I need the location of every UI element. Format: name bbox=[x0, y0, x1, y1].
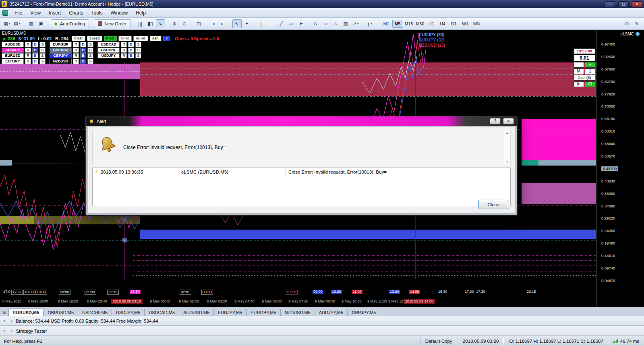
new-chart-button[interactable]: ▦ ▾ bbox=[2, 19, 12, 28]
timeframe-button[interactable]: M30 bbox=[415, 20, 426, 28]
alert-dialog-titlebar[interactable]: Alert ? × bbox=[86, 116, 517, 126]
pair-b-button[interactable]: B bbox=[128, 48, 134, 53]
minimize-button[interactable]: – bbox=[605, 1, 615, 7]
timeframe-button[interactable]: M5 bbox=[392, 20, 403, 28]
channel-button[interactable]: ▱ bbox=[287, 19, 296, 28]
chart-tab[interactable]: EURUSD,M5 bbox=[8, 309, 43, 316]
menu-item[interactable]: View bbox=[26, 9, 45, 17]
dialog-help-button[interactable]: ? bbox=[490, 118, 501, 124]
alert-scrollbar[interactable]: ▲ ▼ bbox=[504, 131, 510, 164]
pair-s-button[interactable]: S bbox=[39, 48, 46, 53]
search-button[interactable]: ⊕ bbox=[622, 19, 632, 28]
timeframe-button[interactable]: H1 bbox=[426, 20, 437, 28]
chart-tab[interactable]: USDCAD,M5 bbox=[145, 309, 179, 316]
chart-shift-button[interactable]: ⇤ bbox=[218, 19, 228, 28]
pair-button[interactable]: USDCAD bbox=[97, 42, 120, 47]
pair-button[interactable]: AUDUSD bbox=[2, 42, 24, 47]
scroll-down-icon[interactable]: ▼ bbox=[506, 161, 509, 164]
dialog-close-button[interactable]: × bbox=[503, 118, 514, 124]
arrows-button[interactable]: ↗ ▾ bbox=[351, 19, 360, 28]
chart-tab[interactable]: AUDJPY,M5 bbox=[315, 309, 348, 316]
maximize-button[interactable]: ◻ bbox=[618, 1, 629, 7]
pair-button[interactable]: GBPUSD bbox=[50, 48, 72, 53]
menu-item[interactable]: Charts bbox=[65, 9, 87, 17]
close-toolbar-icon[interactable]: × bbox=[2, 329, 7, 333]
pair-button[interactable]: NZDUSD bbox=[50, 59, 72, 64]
menu-item[interactable]: File bbox=[10, 9, 26, 17]
pair-b-button[interactable]: B bbox=[80, 59, 86, 64]
pair-button[interactable]: AUDJPY bbox=[2, 48, 24, 53]
pair-button[interactable]: EURJPY bbox=[2, 59, 24, 64]
new-order-button[interactable]: New Order bbox=[94, 19, 131, 28]
pair-r-button[interactable]: R bbox=[73, 59, 79, 64]
chart-tab[interactable]: AUDUSD,M5 bbox=[179, 309, 214, 316]
menu-item[interactable]: Window bbox=[107, 9, 132, 17]
ea-chart-button[interactable]: Clear bbox=[72, 36, 85, 41]
zoom-out-button[interactable]: ⊖ bbox=[180, 19, 189, 28]
pair-b-button[interactable]: B bbox=[128, 42, 134, 47]
ea-chart-button[interactable]: Pivot bbox=[104, 36, 117, 41]
cursor-button[interactable]: ↖ bbox=[232, 19, 242, 28]
pair-r-button[interactable]: R bbox=[25, 53, 31, 58]
timeframe-button[interactable]: M15 bbox=[404, 20, 414, 28]
pair-button[interactable]: GBPJPY bbox=[50, 53, 72, 58]
pair-button[interactable]: USDCHF bbox=[97, 48, 120, 53]
pair-r-button[interactable]: R bbox=[25, 59, 31, 64]
chart-tab[interactable]: EURGBP,M5 bbox=[246, 309, 280, 316]
cl-button[interactable]: Cl bbox=[585, 81, 595, 87]
pair-b-button[interactable]: B bbox=[80, 42, 86, 47]
pair-s-button[interactable]: S bbox=[87, 59, 93, 64]
ea-chart-button[interactable]: Speed bbox=[87, 36, 102, 41]
vertical-line-button[interactable]: | bbox=[257, 19, 266, 28]
menu-item[interactable]: Insert bbox=[45, 9, 65, 17]
status-connection[interactable]: 46.74 ms bbox=[609, 338, 644, 345]
auto-scroll-button[interactable]: ⇥ bbox=[208, 19, 217, 28]
pair-b-button[interactable]: B bbox=[128, 53, 134, 58]
pair-s-button[interactable]: S bbox=[135, 48, 141, 53]
strategy-tester-button[interactable]: ▣ bbox=[37, 19, 46, 28]
timeframe-button[interactable]: M1 bbox=[381, 20, 392, 28]
bar-chart-button[interactable]: ||| bbox=[136, 19, 145, 28]
text-button[interactable]: A bbox=[311, 19, 320, 28]
close-button[interactable]: Close bbox=[478, 200, 508, 209]
pair-s-button[interactable]: S bbox=[39, 42, 46, 47]
lot-minus-button[interactable]: - bbox=[574, 62, 584, 68]
mode-1-button[interactable]: 1 bbox=[585, 68, 595, 74]
triangle-button[interactable]: △ bbox=[331, 19, 340, 28]
pair-r-button[interactable]: R bbox=[73, 42, 79, 47]
timeframe-button[interactable]: D1 bbox=[449, 20, 460, 28]
indicators-button[interactable]: ƒ ▾ bbox=[365, 19, 375, 28]
pair-button[interactable]: USDJPY bbox=[97, 53, 120, 58]
timeframe-button[interactable]: MN bbox=[471, 20, 482, 28]
pair-s-button[interactable]: S bbox=[87, 42, 93, 47]
in-button[interactable]: In bbox=[574, 81, 584, 87]
ea-chart-button[interactable]: Ashi bbox=[150, 36, 162, 41]
alert-history-row[interactable]: ⚠ 2018.05.09 13:36:35 eLSMC (EURUSD,M5) … bbox=[93, 168, 510, 176]
mode-m-button[interactable]: M bbox=[574, 68, 584, 74]
fibonacci-button[interactable]: F bbox=[297, 19, 306, 28]
pair-b-button[interactable]: B bbox=[80, 53, 86, 58]
lot-plus-button[interactable]: + bbox=[585, 62, 595, 68]
ea-chart-button[interactable]: 2 bbox=[163, 36, 170, 41]
pair-r-button[interactable]: R bbox=[121, 42, 127, 47]
crosshair-button[interactable]: + bbox=[242, 19, 252, 28]
pair-b-button[interactable]: B bbox=[80, 48, 86, 53]
line-chart-button[interactable]: ∿ bbox=[156, 19, 165, 28]
pair-r-button[interactable]: R bbox=[25, 42, 31, 47]
chart-tab[interactable]: USDCHF,M5 bbox=[78, 309, 112, 316]
chart-tab[interactable]: GBPUSD,M5 bbox=[43, 309, 78, 316]
pair-r-button[interactable]: R bbox=[25, 48, 31, 53]
pair-s-button[interactable]: S bbox=[135, 42, 141, 47]
tile-windows-button[interactable]: ◫ bbox=[194, 19, 203, 28]
lot-size-field[interactable]: 0.01 bbox=[574, 55, 595, 61]
pair-b-button[interactable]: B bbox=[32, 59, 38, 64]
close-window-button[interactable]: × bbox=[632, 1, 642, 7]
chart-tab[interactable]: USDJPY,M5 bbox=[112, 309, 145, 316]
pair-b-button[interactable]: B bbox=[32, 42, 38, 47]
pair-r-button[interactable]: R bbox=[73, 48, 79, 53]
scroll-up-icon[interactable]: ▲ bbox=[506, 131, 509, 134]
ellipse-button[interactable]: ○ bbox=[321, 19, 330, 28]
pair-button[interactable]: EURUSD bbox=[2, 53, 24, 58]
trendline-button[interactable]: ╱ bbox=[277, 19, 286, 28]
autotrading-button[interactable]: ▶ AutoTrading bbox=[51, 19, 89, 28]
